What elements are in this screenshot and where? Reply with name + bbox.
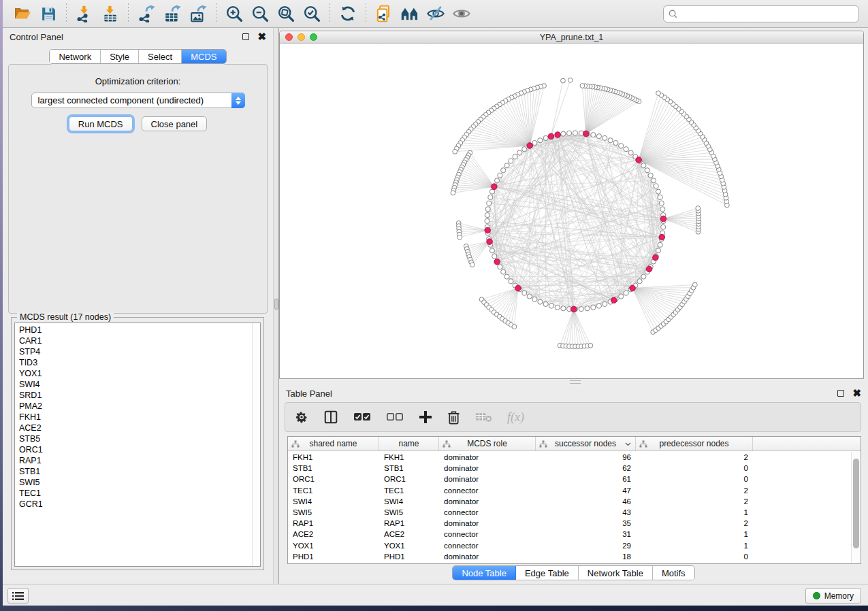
zoom-in-icon[interactable]	[221, 2, 247, 25]
cell-name: ORC1	[379, 475, 439, 483]
column-header-name[interactable]: name	[379, 437, 439, 450]
cell-shared-name: FKH1	[288, 453, 379, 461]
mcds-result-item: CAR1	[15, 335, 252, 346]
new-network-from-selection-icon[interactable]	[371, 2, 397, 25]
toolbar-separator	[366, 3, 366, 24]
zoom-fit-icon[interactable]	[273, 2, 299, 25]
cell-successor-nodes: 29	[536, 542, 636, 550]
table-row[interactable]: ACE2ACE2connector311	[288, 529, 861, 540]
column-header-shared-name[interactable]: shared name	[288, 437, 379, 450]
table-panel-tabs: Node TableEdge TableNetwork TableMotifs	[452, 565, 694, 580]
close-panel-button[interactable]: Close panel	[142, 116, 208, 131]
table-row[interactable]: PHD1PHD1dominator180	[288, 551, 861, 562]
cell-shared-name: SWI5	[288, 508, 379, 516]
close-panel-icon[interactable]: ✖	[257, 33, 266, 40]
mcds-result-title: MCDS result (17 nodes)	[17, 312, 114, 322]
save-session-icon[interactable]	[35, 2, 61, 25]
hide-selection-icon[interactable]	[423, 2, 449, 25]
mcds-result-item: STP4	[15, 346, 252, 357]
column-header-successor-nodes[interactable]: successor nodes	[536, 437, 636, 450]
network-canvas[interactable]	[280, 44, 863, 378]
select-all-icon[interactable]	[353, 412, 371, 422]
optimization-criterion-label: Optimization criterion:	[9, 76, 267, 86]
mcds-result-list: PHD1CAR1STP4TID3YOX1SWI4SRD1PMA2FKH1ACE2…	[14, 323, 261, 567]
mcds-panel: Optimization criterion: largest connecte…	[8, 64, 268, 314]
memory-button[interactable]: Memory	[805, 588, 861, 604]
tab-select[interactable]: Select	[139, 50, 182, 63]
cell-shared-name: YOX1	[288, 542, 379, 550]
export-table-icon[interactable]	[159, 2, 185, 25]
table-panel-title: Table Panel	[286, 389, 332, 399]
table-settings-icon[interactable]	[295, 410, 308, 424]
splitter-grip[interactable]	[274, 299, 278, 310]
tab-mcds[interactable]: MCDS	[182, 50, 225, 63]
table-scrollbar[interactable]	[851, 452, 860, 563]
control-panel-tabs: NetworkStyleSelectMCDS	[49, 49, 226, 64]
table-row[interactable]: ORC1ORC1dominator610	[288, 474, 861, 484]
delete-table-icon	[475, 412, 492, 423]
mcds-result-item: PHD1	[15, 325, 252, 335]
optimization-criterion-select[interactable]: largest connected component (undirected)	[31, 93, 245, 108]
column-header-MCDS-role[interactable]: MCDS role	[439, 437, 536, 450]
tab-node-table[interactable]: Node Table	[453, 566, 516, 580]
mcds-result-item: SWI5	[15, 477, 252, 488]
list-icon	[12, 591, 24, 601]
scrollbar-thumb[interactable]	[853, 459, 859, 548]
cell-shared-name: SWI4	[288, 497, 379, 506]
table-row[interactable]: SWI5SWI5connector431	[288, 507, 861, 518]
table-row[interactable]: SWI4SWI4dominator462	[288, 496, 861, 507]
show-panels-button[interactable]	[7, 588, 29, 604]
apply-layout-icon[interactable]	[335, 2, 361, 25]
mcds-list-scrollbar[interactable]	[252, 323, 260, 566]
create-column-icon[interactable]	[419, 410, 432, 424]
cell-name: SWI5	[379, 508, 439, 516]
table-row[interactable]: FKH1FKH1dominator962	[288, 452, 861, 463]
table-panel-header: Table Panel ✖	[279, 384, 868, 402]
table-row[interactable]: STB1STB1dominator620	[288, 463, 861, 474]
vertical-splitter[interactable]	[273, 28, 279, 584]
tab-edge-table[interactable]: Edge Table	[516, 566, 579, 580]
search-input[interactable]	[678, 7, 858, 21]
cell-MCDS-role: connector	[439, 542, 536, 550]
open-session-icon[interactable]	[10, 2, 35, 25]
tab-network[interactable]: Network	[50, 50, 101, 63]
delete-columns-icon[interactable]	[447, 410, 460, 425]
close-panel-icon[interactable]: ✖	[852, 390, 861, 397]
table-row[interactable]: RAP1RAP1dominator352	[288, 518, 861, 529]
unselect-all-icon[interactable]	[386, 412, 404, 422]
first-neighbors-icon[interactable]	[397, 2, 423, 25]
import-table-icon[interactable]	[97, 2, 123, 25]
horizontal-splitter-grip[interactable]	[570, 380, 581, 384]
toolbar-separator	[329, 3, 330, 24]
cell-predecessor-nodes: 2	[636, 453, 753, 461]
cell-shared-name: ORC1	[288, 475, 379, 483]
import-network-icon[interactable]	[71, 2, 97, 25]
cell-MCDS-role: dominator	[439, 464, 536, 472]
cell-predecessor-nodes: 1	[636, 530, 753, 538]
zoom-out-icon[interactable]	[247, 2, 273, 25]
table-row[interactable]: YOX1YOX1connector291	[288, 540, 861, 551]
table-header-row: shared namenameMCDS rolesuccessor nodesp…	[288, 437, 861, 451]
export-image-icon[interactable]	[185, 2, 211, 25]
float-panel-icon[interactable]	[242, 33, 249, 40]
column-header-predecessor-nodes[interactable]: predecessor nodes	[636, 437, 753, 450]
show-columns-icon[interactable]	[323, 410, 338, 425]
cell-successor-nodes: 18	[536, 552, 636, 561]
mcds-result-item: ACE2	[15, 423, 252, 433]
mcds-result-item: FKH1	[15, 412, 252, 423]
mcds-result-item: GCR1	[15, 499, 252, 510]
show-all-icon[interactable]	[449, 2, 475, 25]
search-box[interactable]	[663, 5, 859, 22]
float-panel-icon[interactable]	[837, 390, 844, 397]
cell-successor-nodes: 31	[536, 530, 636, 538]
export-network-icon[interactable]	[133, 2, 159, 25]
tab-motifs[interactable]: Motifs	[653, 566, 694, 580]
tab-network-table[interactable]: Network Table	[579, 566, 653, 580]
zoom-selected-icon[interactable]	[299, 2, 325, 25]
tab-style[interactable]: Style	[101, 50, 139, 63]
table-row[interactable]: TEC1TEC1connector472	[288, 485, 861, 496]
cell-predecessor-nodes: 1	[636, 542, 753, 550]
mcds-result-item: TID3	[15, 357, 252, 368]
run-mcds-button[interactable]: Run MCDS	[69, 116, 133, 131]
cell-shared-name: TEC1	[288, 486, 379, 495]
